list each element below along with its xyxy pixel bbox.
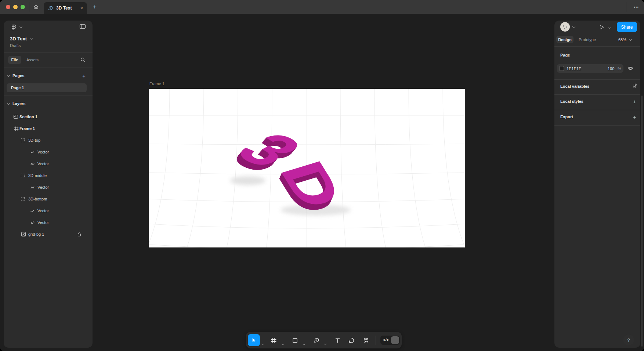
pages-header: Pages — [12, 73, 24, 78]
file-location: Drafts — [10, 43, 21, 48]
window-zoom-button[interactable] — [21, 5, 25, 9]
search-icon — [80, 57, 86, 63]
layer-row-3d-middle[interactable]: 3D-middle — [4, 170, 93, 181]
frame-tool-icon — [271, 338, 276, 343]
pen-tool-button[interactable] — [311, 335, 322, 346]
tab-file[interactable]: File — [8, 56, 21, 64]
tab-close-icon[interactable]: ✕ — [80, 6, 83, 11]
zoom-level: 65% — [618, 37, 626, 42]
lock-icon[interactable] — [77, 232, 82, 237]
page-color-input[interactable]: 1E1E1E 100 % — [557, 64, 623, 73]
frame-tool-chevron-icon[interactable] — [282, 339, 284, 346]
layer-row-vector[interactable]: Vector — [4, 205, 93, 217]
layers-collapse-chevron-icon[interactable] — [7, 102, 10, 105]
add-style-button[interactable]: + — [633, 97, 636, 105]
variables-settings-button[interactable] — [632, 83, 637, 88]
layer-row-vector[interactable]: Vector — [4, 181, 93, 193]
color-hex-value[interactable]: 1E1E1E — [567, 66, 581, 71]
window-minimize-button[interactable] — [13, 5, 18, 9]
vector-squiggle-icon — [30, 150, 35, 155]
sidebar-toggle-icon[interactable] — [79, 23, 86, 29]
export-row[interactable]: Export — [560, 113, 573, 121]
titlebar: 3D Text ✕ + ••• — [0, 0, 644, 14]
window-menu-button[interactable]: ••• — [634, 3, 639, 11]
layers-header: Layers — [12, 101, 25, 106]
divider — [4, 68, 93, 68]
tab-assets[interactable]: Assets — [26, 56, 39, 64]
divider — [376, 336, 376, 345]
actions-icon — [363, 337, 369, 343]
file-name: 3D Text — [10, 36, 27, 41]
tab-prototype[interactable]: Prototype — [579, 36, 596, 43]
share-button[interactable]: Share — [617, 22, 637, 32]
image-icon — [21, 232, 26, 237]
add-export-button[interactable]: + — [633, 113, 636, 121]
section-icon — [13, 114, 18, 119]
divider — [554, 110, 640, 110]
right-sidebar: Share Design Prototype 65% Page 1E1E1E 1… — [554, 21, 640, 348]
divider — [554, 125, 640, 126]
present-play-icon[interactable] — [600, 25, 604, 30]
dev-mode-toggle[interactable]: </> — [380, 336, 400, 345]
group-icon — [21, 197, 25, 201]
divider — [4, 53, 93, 53]
pages-collapse-chevron-icon[interactable] — [7, 74, 10, 77]
layer-row-3d-bottom[interactable]: 3D-bottom — [4, 193, 93, 205]
layer-row-vector[interactable]: Vector — [4, 158, 93, 170]
divider — [605, 66, 605, 71]
layer-row-vector[interactable]: Vector — [4, 217, 93, 228]
home-button[interactable] — [31, 3, 41, 11]
text-tool-button[interactable] — [332, 335, 343, 346]
toolbar: </> — [246, 332, 402, 348]
opacity-value[interactable]: 100 — [608, 66, 614, 71]
file-name-menu[interactable]: 3D Text — [10, 35, 32, 42]
layer-row-3d-top[interactable]: 3D-top — [4, 134, 93, 146]
file-tab[interactable]: 3D Text ✕ — [44, 2, 87, 14]
sliders-icon — [632, 83, 637, 88]
pen-tool-chevron-icon[interactable] — [325, 339, 326, 346]
canvas-frame[interactable]: 3 D — [149, 89, 465, 247]
right-scrollbar[interactable] — [641, 95, 643, 347]
main-menu-chevron-icon[interactable] — [19, 25, 22, 28]
avatar[interactable] — [560, 22, 570, 32]
color-swatch[interactable] — [559, 66, 564, 71]
present-chevron-icon[interactable] — [608, 26, 611, 29]
layer-row-frame-1[interactable]: Frame 1 — [4, 123, 93, 134]
canvas-frame-label[interactable]: Frame 1 — [149, 82, 164, 86]
new-tab-button[interactable]: + — [90, 3, 99, 11]
shape-tool-chevron-icon[interactable] — [303, 339, 305, 346]
dev-mode-icon: </> — [383, 339, 389, 342]
add-page-button[interactable]: + — [82, 72, 86, 80]
shape-tool-button[interactable] — [289, 335, 300, 346]
comment-tool-button[interactable] — [346, 335, 357, 346]
dev-mode-knob — [391, 336, 399, 344]
window-close-button[interactable] — [6, 5, 10, 9]
page-row-selected[interactable]: Page 1 — [7, 83, 87, 92]
layer-row-vector[interactable]: Vector — [4, 146, 93, 158]
local-variables-row[interactable]: Local variables — [560, 82, 590, 90]
vector-squiggle-icon — [30, 209, 35, 213]
move-tool-button[interactable] — [248, 334, 260, 346]
avatar-chevron-icon[interactable] — [572, 25, 575, 28]
home-icon — [33, 4, 39, 10]
frame-tool-button[interactable] — [268, 335, 279, 346]
left-sidebar: 3D Text Drafts File Assets Pages + — [4, 21, 93, 348]
vector-wave-icon — [30, 185, 35, 190]
layer-row-section-1[interactable]: Section 1 — [4, 111, 93, 123]
zoom-menu[interactable]: 65% — [609, 36, 632, 43]
eye-icon — [627, 66, 633, 71]
divider — [4, 95, 93, 95]
layer-row-grid-bg[interactable]: grid-bg 1 — [4, 228, 93, 240]
search-button[interactable] — [80, 57, 86, 63]
group-icon — [21, 174, 25, 177]
local-styles-row[interactable]: Local styles — [560, 97, 583, 105]
rectangle-tool-icon — [292, 338, 298, 343]
figma-window: 3D Text ✕ + ••• — [0, 0, 644, 351]
actions-button[interactable] — [361, 335, 372, 346]
move-tool-chevron-icon[interactable] — [262, 339, 264, 346]
opacity-unit: % — [618, 66, 621, 71]
visibility-toggle[interactable] — [627, 66, 633, 71]
help-button[interactable]: ? — [623, 334, 634, 345]
figma-logo-icon[interactable] — [11, 24, 17, 30]
tab-design[interactable]: Design — [556, 36, 574, 43]
